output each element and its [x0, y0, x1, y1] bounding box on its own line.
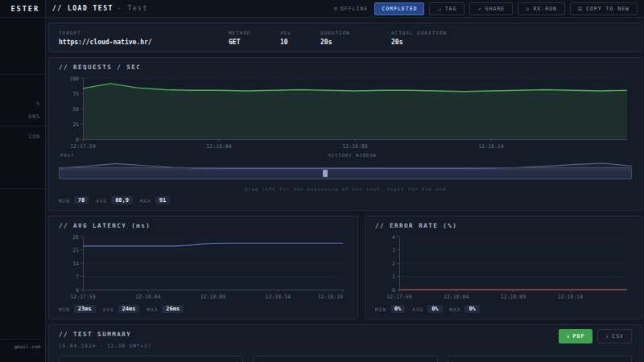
svg-text:12:18:09: 12:18:09: [342, 143, 367, 150]
config-header: METHOD: [229, 27, 259, 39]
vus-value: 10: [280, 39, 299, 46]
sidebar-item-documentation[interactable]: ION: [0, 130, 45, 143]
svg-text:12:18:14: 12:18:14: [266, 294, 291, 300]
pdf-button-label: PDF: [573, 333, 585, 339]
latency-chart: 2821147012:17:5912:18:0412:18:0912:18:14…: [59, 232, 348, 300]
summary-actions: ↓ PDF ↓ CSV: [559, 329, 632, 343]
svg-text:12:17:59: 12:17:59: [70, 143, 95, 150]
requests-stats: MIN 78 AVG 80,9 MAX 91: [59, 196, 632, 204]
copy-to-new-button[interactable]: ⧉ COPY TO NEW: [570, 2, 638, 15]
download-pdf-button[interactable]: ↓ PDF: [559, 329, 593, 343]
summary-title-block: // TEST SUMMARY [6.04.2024 - 12:38 GMT+2…: [59, 329, 151, 348]
share-icon: ↗: [477, 6, 481, 12]
latency-panel: // AVG LATENCY (ms) 2821147012:17:5912:1…: [48, 216, 358, 319]
error-stats: MIN 0% AVG 0% MAX 0%: [375, 305, 632, 313]
p95-latency-card: P95 LATENCY 32ms: [448, 356, 632, 362]
svg-text:25: 25: [72, 121, 79, 128]
actual-duration-value: 20s: [391, 39, 447, 46]
offline-icon: ⊘: [334, 6, 338, 12]
requests-panel: // REQUESTS / SEC 100755025012:17:5912:1…: [48, 57, 642, 211]
svg-text:2: 2: [392, 261, 395, 267]
offline-toggle[interactable]: ⊘ OFFLINE: [334, 6, 369, 12]
offline-label: OFFLINE: [341, 6, 368, 12]
svg-text:7: 7: [76, 274, 79, 280]
avg-label: AVG: [412, 306, 423, 312]
svg-text:50: 50: [72, 106, 79, 113]
max-label: MAX: [140, 198, 151, 204]
latency-panel-title: // AVG LATENCY (ms): [59, 220, 348, 232]
svg-text:12:18:04: 12:18:04: [444, 294, 469, 300]
history-hint: drag left for the beginning of the test,…: [59, 183, 632, 191]
rerun-button[interactable]: ↻ RE-RUN: [518, 2, 565, 15]
avg-label: AVG: [103, 306, 114, 312]
error-min-value: 0%: [390, 305, 405, 313]
history-slider-handle[interactable]: [323, 170, 328, 177]
status-badge: COMPLETED: [374, 2, 424, 15]
user-sub-fragment: ····: [5, 351, 40, 356]
latency-stats: MIN 23ms AVG 24ms MAX 26ms: [59, 305, 348, 313]
download-csv-button[interactable]: ↓ CSV: [597, 329, 632, 343]
svg-text:100: 100: [69, 76, 79, 82]
rerun-icon: ↻: [526, 6, 530, 12]
config-col-duration: DURATION 20s: [320, 27, 370, 46]
share-button-label: SHARE: [485, 6, 506, 12]
topbar: // LOAD TEST- Test ⊘ OFFLINE COMPLETED ❑…: [46, 0, 644, 18]
error-avg-value: 0%: [427, 305, 442, 313]
sidebar-divider: [0, 74, 45, 75]
config-col-vus: VUs 10: [280, 27, 299, 46]
charts-row: // AVG LATENCY (ms) 2821147012:17:5912:1…: [48, 216, 642, 319]
history-slider: [59, 159, 632, 183]
svg-text:12:18:14: 12:18:14: [558, 294, 583, 300]
page-title-primary: // LOAD TEST: [52, 5, 114, 12]
user-email-fragment: gmail.com: [5, 343, 40, 349]
latency-max-value: 26ms: [162, 305, 184, 313]
share-button[interactable]: ↗ SHARE: [469, 2, 513, 15]
max-label: MAX: [450, 306, 461, 312]
avg-latency-card: AVG LATENCY 24ms: [253, 356, 437, 362]
svg-text:12:18:04: 12:18:04: [206, 143, 231, 150]
config-header: VUs: [280, 27, 299, 39]
config-col-target: TARGET https://cloud-native.hr/: [59, 27, 208, 46]
copy-to-new-label: COPY TO NEW: [586, 6, 630, 12]
tag-button[interactable]: ❑ TAG: [429, 2, 464, 15]
error-rate-panel-title: // ERROR RATE (%): [375, 220, 632, 232]
main-area: // LOAD TEST- Test ⊘ OFFLINE COMPLETED ❑…: [46, 0, 644, 362]
svg-text:0: 0: [76, 137, 79, 143]
target-url: https://cloud-native.hr/: [59, 39, 208, 46]
download-icon: ↓: [605, 333, 609, 339]
svg-text:12:18:14: 12:18:14: [478, 143, 503, 150]
history-slider-track[interactable]: [59, 167, 632, 179]
min-label: MIN: [59, 198, 70, 204]
sidebar-user-footer[interactable]: gmail.com ····: [0, 339, 45, 362]
sidebar-item-tests[interactable]: S: [0, 97, 45, 110]
svg-text:4: 4: [392, 234, 395, 241]
min-label: MIN: [59, 306, 70, 312]
page-title-secondary: - Test: [118, 5, 148, 12]
past-label: PAST: [60, 153, 74, 158]
error-max-value: 0%: [464, 305, 479, 313]
rerun-button-label: RE-RUN: [533, 6, 556, 12]
config-header: TARGET: [59, 27, 208, 39]
content: TARGET https://cloud-native.hr/ METHOD G…: [46, 18, 644, 362]
svg-text:12:18:09: 12:18:09: [501, 294, 526, 300]
requests-chart: 100755025012:17:5912:18:0412:18:0912:18:…: [59, 74, 632, 150]
svg-text:12:17:59: 12:17:59: [70, 294, 95, 300]
topbar-actions: ⊘ OFFLINE COMPLETED ❑ TAG ↗ SHARE ↻ RE-R…: [334, 2, 638, 15]
sidebar-item-configurations[interactable]: ONS: [0, 110, 45, 123]
svg-text:12:18:19: 12:18:19: [318, 294, 343, 300]
csv-button-label: CSV: [612, 333, 624, 339]
history-window: PAST HISTORY WINDOW drag left for the be…: [59, 153, 632, 191]
svg-text:12:17:59: 12:17:59: [386, 294, 411, 300]
summary-cards: TOTAL REQUESTS 1584 AVG LATENCY 24ms P95…: [59, 356, 632, 362]
svg-text:21: 21: [72, 247, 79, 253]
svg-text:0: 0: [392, 287, 395, 294]
svg-text:75: 75: [72, 91, 79, 97]
summary-header: // TEST SUMMARY [6.04.2024 - 12:38 GMT+2…: [59, 329, 632, 348]
sidebar-divider: [0, 188, 45, 189]
config-col-actual-duration: ACTUAL DURATION 20s: [391, 27, 447, 46]
history-window-label: HISTORY WINDOW: [74, 153, 630, 158]
app-logo: ESTER: [0, 0, 45, 18]
method-value: GET: [229, 39, 259, 46]
requests-max-value: 91: [155, 196, 170, 204]
error-rate-panel: // ERROR RATE (%) 4321012:17:5912:18:041…: [365, 216, 642, 319]
